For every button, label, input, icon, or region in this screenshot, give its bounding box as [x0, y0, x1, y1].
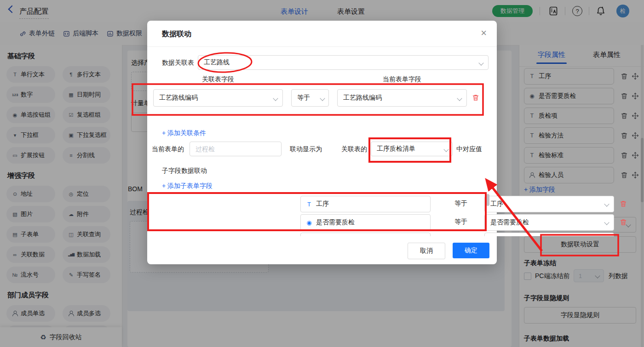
subfield-op: 等于 [454, 218, 467, 226]
suffix-label: 中对应值 [456, 145, 482, 154]
chevron-down-icon [457, 96, 462, 101]
subfield-label: 工序 [316, 200, 329, 208]
condition-left-select[interactable]: 工艺路线编码 [153, 89, 283, 107]
subfield-row-gongxu: T工序 等于 工序 [300, 196, 633, 212]
subfield-label: 是否需要质检 [316, 218, 355, 227]
confirm-button[interactable]: 确定 [453, 243, 489, 258]
close-icon[interactable]: × [481, 28, 487, 38]
text-icon: T [306, 201, 312, 208]
app-window: 产品配置 表单设计 表单设置 数据管理 ? 检 表单外链 后端脚本 数据权限 预… [0, 0, 644, 347]
related-field-value: 工序质检清单 [377, 145, 415, 153]
chevron-down-icon [604, 201, 609, 206]
subfield-target-select[interactable]: 是否需要质检 [484, 214, 614, 231]
link-table-select[interactable]: 工艺路线 [198, 55, 489, 70]
data-linkage-dialog: 数据联动 × 数据关联表 工艺路线 关联表字段 当前表单字段 工艺路线编码 等于… [147, 21, 497, 264]
cancel-button[interactable]: 取消 [408, 243, 445, 259]
delete-condition-icon[interactable] [472, 94, 479, 102]
subfield-row-partial [300, 233, 633, 236]
chevron-down-icon [273, 96, 278, 101]
subfield-rows-scroll-area: T工序 等于 工序 ◉是否需要质检 等于 是否需要质检 [300, 194, 633, 236]
subfield-linkage-title: 子字段数据联动 [162, 167, 207, 175]
display-as-label: 联动显示为 [290, 145, 322, 154]
delete-subfield-icon[interactable] [620, 200, 627, 208]
subfield-target-select[interactable]: 工序 [484, 196, 614, 212]
subfield-source[interactable]: ◉是否需要质检 [300, 214, 431, 231]
subfield-target-select[interactable] [484, 233, 614, 236]
condition-op-value: 等于 [297, 94, 310, 102]
subfield-source[interactable]: T工序 [300, 196, 431, 212]
condition-left-value: 工艺路线编码 [159, 94, 198, 102]
condition-right-value: 工艺路线编码 [343, 94, 382, 102]
add-subfield-link[interactable]: + 添加子表单字段 [162, 182, 213, 190]
link-table-value: 工艺路线 [204, 58, 230, 67]
add-condition-link[interactable]: + 添加关联条件 [162, 129, 206, 137]
subfield-target-value: 是否需要质检 [490, 218, 529, 227]
condition-right-select[interactable]: 工艺路线编码 [337, 89, 467, 107]
subfield-row-need-qc: ◉是否需要质检 等于 是否需要质检 [300, 214, 633, 231]
subfield-op: 等于 [454, 199, 467, 208]
chevron-down-icon [320, 96, 325, 101]
chevron-down-icon [604, 220, 609, 225]
subfield-target-value: 工序 [490, 200, 503, 208]
modal-scrollbar-thumb[interactable] [486, 194, 489, 206]
radio-icon: ◉ [306, 219, 312, 226]
related-field-select[interactable]: 工序质检清单 [371, 142, 453, 156]
column-header-left: 关联表字段 [153, 75, 283, 84]
condition-op-select[interactable]: 等于 [291, 89, 329, 107]
related-table-label: 关联表的 [341, 145, 367, 154]
current-form-label: 当前表单的 [152, 145, 184, 154]
subfield-source[interactable] [300, 233, 431, 236]
column-header-right: 当前表单字段 [337, 75, 467, 84]
dialog-title: 数据联动 [162, 29, 191, 39]
link-table-label: 数据关联表 [162, 59, 194, 67]
delete-subfield-icon[interactable] [620, 218, 627, 226]
divider [147, 46, 497, 47]
chevron-down-icon [478, 60, 483, 65]
current-field-input[interactable] [190, 142, 282, 156]
chevron-down-icon [443, 147, 448, 152]
